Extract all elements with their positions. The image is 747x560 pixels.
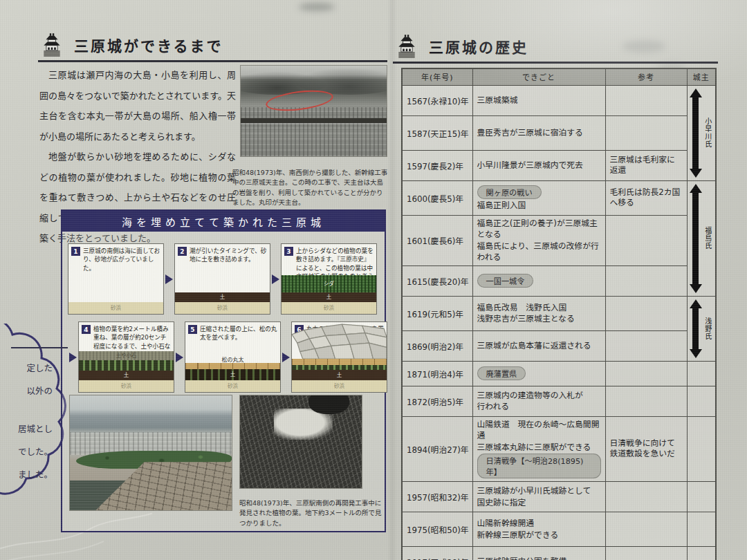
reference-cell [605, 512, 687, 547]
event-line: 国史跡に指定 [477, 497, 601, 509]
step-panel: 3上からシダなどの植物の葉を敷き詰めます。『三原市史』によると、この植物の葉は中… [281, 243, 377, 315]
event-line: 新幹線三原駅ができる [477, 530, 601, 541]
year-cell: 1869(明治2)年 [402, 330, 472, 361]
table-row: 1615(慶長20)年一国一城令 [402, 265, 716, 296]
photo-excavated-leaves [239, 395, 362, 489]
event-cell: 三原城が広島本藩に返還される [472, 330, 605, 361]
table-row: 1600(慶長5)年関ヶ原の戦い福島正則入国毛利氏は防長2カ国へ移る福島氏 [402, 180, 716, 215]
reference-cell [605, 265, 687, 296]
table-row: 1869(明治2)年三原城が広島本藩に返還される [402, 330, 716, 361]
layer-press: 土 [185, 369, 280, 380]
event-line: 福島氏改易 浅野氏入国 [477, 302, 601, 314]
double-arrow-icon [690, 88, 702, 178]
event-line: 福島氏により、三原城の改修が行われる [477, 241, 601, 263]
layer-soil: 土 [282, 292, 376, 302]
event-line: 三原城跡歴史公園を整備 [477, 556, 601, 560]
lord-cell-empty [687, 361, 716, 386]
layer-sand: 砂浜 [175, 302, 270, 314]
col-header-0: 年(年号) [402, 68, 472, 85]
year-cell: 1601(慶長6)年 [402, 215, 472, 265]
layer-label: 土 [326, 295, 332, 300]
smudge-mark [299, 3, 335, 11]
year-cell: 1615(慶長20)年 [402, 265, 472, 296]
arrow-head-down [690, 169, 702, 178]
reclamation-steps: 1三原城の南側は海に面しており、砂地が広がっていました。砂浜2潮が引いたタイミン… [68, 243, 380, 400]
step-diagram: 土や小石土砂浜 [79, 351, 174, 392]
lord-cell-empty [687, 386, 716, 416]
year-cell: 1871(明治4)年 [402, 361, 472, 386]
step-diagram: 松の丸太土砂浜 [185, 355, 280, 392]
event-line: 浅野忠吉が三原城主となる [477, 313, 601, 325]
reference-cell: 三原城は毛利家に返還 [605, 150, 687, 180]
step-header: 5圧縮された層の上に、松の丸太を並べます。 [185, 322, 280, 342]
flow-arrow-icon [69, 353, 77, 362]
event-cell: 廃藩置県 [472, 361, 605, 386]
layer-label: 砂浜 [121, 384, 131, 389]
logs-label: 松の丸太 [185, 355, 280, 363]
arrow-shaft [692, 97, 699, 169]
lord-cell: 浅野氏 [687, 296, 716, 361]
step-diagram: 土砂浜 [175, 292, 270, 314]
arrow-shaft [692, 193, 699, 284]
event-cell: 山陽鉄道 現在の糸崎〜広島間開通三原城本丸跡に三原駅ができる日清戦争【〜明治28… [472, 416, 605, 482]
bubble-line: ました。 [0, 463, 53, 486]
layer-logs [185, 363, 280, 369]
lord-cell-empty [687, 416, 716, 482]
double-arrow-icon [690, 184, 702, 293]
event-line: 三原城跡が小早川氏城跡として [477, 485, 601, 497]
flow-arrow-icon [176, 353, 183, 362]
rail-line [241, 118, 387, 123]
reference-cell [605, 85, 687, 115]
col-header-1: できごと [472, 68, 605, 85]
layer-logs [292, 359, 387, 365]
photo-aerial-construction [240, 65, 387, 157]
panel-crease [387, 0, 397, 560]
step-number: 4 [82, 325, 91, 334]
step-number: 3 [284, 247, 293, 256]
lord-cell: 福島氏 [687, 180, 716, 296]
lord-name: 福島氏 [703, 227, 713, 250]
aerial-photo-caption: 昭和48(1973)年、南西側から撮影した、新幹線工事中の三原城天主台。この時の… [232, 168, 389, 208]
badge-wrap: 日清戦争【〜明治28(1895)年】 [477, 453, 601, 479]
year-cell: 1957(昭和32)年 [402, 482, 472, 512]
badge-wrap: 関ヶ原の戦い [477, 185, 601, 200]
step-number: 1 [71, 247, 80, 256]
event-cell: 一国一城令 [472, 265, 605, 296]
reference-line: 三原城は毛利家に返還 [610, 155, 683, 176]
event-line: 三原城が広島本藩に返還される [477, 340, 601, 352]
step-panel: 6丸太の上に切り出した石を置き、石垣を築きました。土砂浜 [291, 321, 387, 393]
event-line: 三原城本丸跡に三原駅ができる [477, 442, 601, 454]
col-header-2: 参考 [605, 68, 687, 85]
step-description: 潮が引いたタイミングで、砂地に土を敷き詰めます。 [190, 247, 267, 264]
reference-cell: 毛利氏は防長2カ国へ移る [605, 180, 687, 215]
event-cell: 三原城跡が小早川氏城跡として国史跡に指定 [472, 482, 605, 512]
exhibit-panel: 三原城ができるまで 三原城は瀬戸内海の大島・小島を利用し、周囲の島々をつないで築… [0, 0, 747, 560]
step-diagram: 砂浜 [68, 302, 163, 314]
arrow-head-down [690, 349, 702, 358]
layer-sand: 砂浜 [292, 380, 387, 392]
event-cell: 福島正之(正則の養子)が三原城主となる福島氏により、三原城の改修が行われる [472, 215, 605, 265]
layer-sand: 砂浜 [282, 302, 376, 314]
layer-soil tall: 土 [292, 370, 387, 380]
layer-fern: シダ [282, 275, 376, 292]
layer-label: 土 [230, 372, 236, 377]
lord-cell-empty [687, 547, 716, 560]
section-header: 三原城ができるまで [38, 26, 387, 57]
title-rule [38, 60, 387, 62]
table-row: 1601(慶長6)年福島正之(正則の養子)が三原城主となる福島氏により、三原城の… [402, 215, 716, 265]
layer-label: 土 [124, 373, 129, 378]
steps-row: 4植物の葉を約2メートル積み重ね、葉の層が約20センチ程度になるまで、土や小石な… [68, 321, 380, 393]
reclamation-diagram-box: 海を埋め立てて築かれた三原城 1三原城の南側は海に面しており、砂地が広がっていま… [61, 209, 386, 532]
reference-cell [605, 115, 687, 150]
step-number: 2 [178, 247, 187, 256]
layer-sand: 砂浜 [79, 380, 174, 392]
event-cell: 福島氏改易 浅野氏入国浅野忠吉が三原城主となる [472, 296, 605, 330]
reference-cell [605, 330, 687, 361]
reference-cell [605, 386, 687, 416]
step-diagram: 土砂浜 [292, 323, 387, 392]
excavation-photo-caption: 昭和48(1973)年、三原駅南側の再開発工事中に発見された植物の葉。地下約3メ… [239, 498, 382, 529]
layer-label: 土や小石 [116, 353, 137, 359]
section-header: 三原城の歴史 [393, 28, 718, 58]
table-row: 1894(明治27)年山陽鉄道 現在の糸崎〜広島間開通三原城本丸跡に三原駅ができ… [402, 416, 716, 482]
lord-arrow-wrap: 浅野氏 [688, 299, 715, 358]
